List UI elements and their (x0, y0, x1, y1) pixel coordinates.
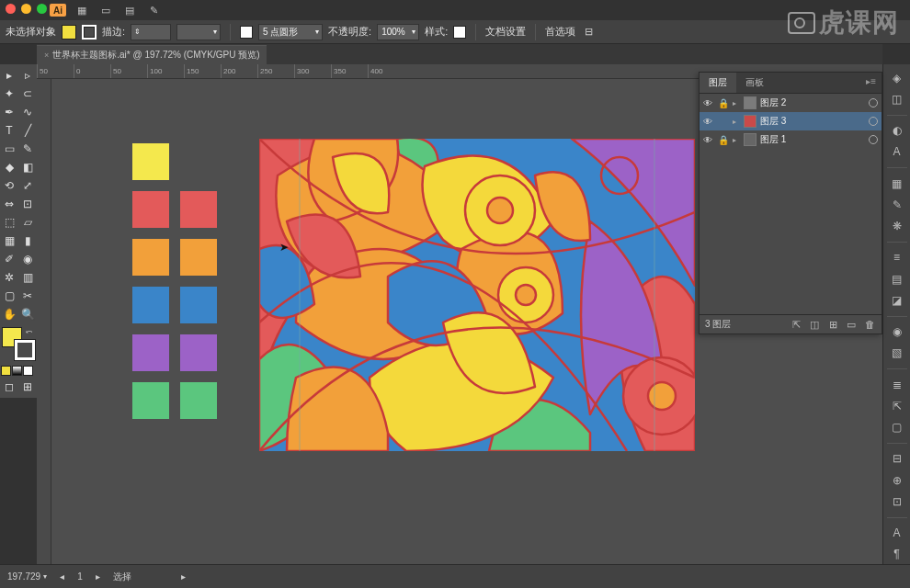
curvature-tool[interactable]: ∿ (18, 103, 37, 121)
arrange-docs-icon[interactable]: ▭ (97, 2, 114, 18)
layer-name[interactable]: 图层 1 (760, 133, 865, 146)
free-transform-tool[interactable]: ⊡ (18, 195, 37, 213)
layer-name[interactable]: 图层 3 (760, 115, 865, 128)
create-sublayer-icon[interactable]: ⊞ (826, 318, 839, 331)
stroke-width-input[interactable]: ⇕ (131, 24, 171, 40)
align-panel-icon[interactable]: ⊟ (887, 449, 907, 469)
symbols-panel-icon[interactable]: ❋ (887, 217, 907, 236)
appearance-panel-icon[interactable]: ◉ (887, 322, 907, 342)
direct-selection-tool[interactable]: ▹ (18, 66, 37, 85)
close-window-button[interactable] (6, 4, 16, 14)
document-setup-button[interactable]: 文档设置 (485, 25, 526, 39)
selection-tool[interactable]: ▸ (0, 66, 18, 85)
target-icon[interactable] (869, 98, 878, 107)
palette-swatch[interactable] (132, 191, 169, 228)
brush-profile-dropdown[interactable]: 5 点圆形 (258, 24, 323, 40)
zoom-window-button[interactable] (37, 4, 47, 14)
eraser-tool[interactable]: ◧ (18, 158, 37, 176)
preferences-button[interactable]: 首选项 (545, 25, 575, 39)
screen-mode[interactable]: ⊞ (18, 378, 37, 396)
magic-wand-tool[interactable]: ✦ (0, 85, 18, 103)
lasso-tool[interactable]: ⊂ (18, 85, 37, 103)
gradient-tool[interactable]: ▮ (18, 232, 37, 250)
opacity-input[interactable]: 100% (377, 24, 419, 40)
palette-swatch[interactable] (132, 382, 169, 419)
pathfinder-panel-icon[interactable]: ⊕ (887, 470, 907, 490)
visibility-toggle-icon[interactable]: 👁 (703, 117, 714, 127)
layer-row[interactable]: 👁🔒▸图层 1 (700, 130, 882, 149)
perspective-tool[interactable]: ▱ (18, 213, 37, 232)
palette-swatch[interactable] (132, 143, 169, 180)
scale-tool[interactable]: ⤢ (18, 176, 37, 195)
mesh-tool[interactable]: ▦ (0, 232, 18, 250)
stroke-color-box[interactable] (15, 340, 35, 360)
disclosure-icon[interactable]: ▸ (733, 118, 740, 126)
palette-swatch[interactable] (180, 191, 217, 228)
paintbrush-tool[interactable]: ✎ (18, 140, 37, 158)
transparency-panel-icon[interactable]: ◪ (887, 290, 907, 310)
swatches-panel-icon[interactable]: ▦ (887, 174, 907, 193)
brushes-panel-icon[interactable]: ✎ (887, 195, 907, 214)
character-panel-icon[interactable]: A (887, 524, 907, 543)
palette-swatch[interactable] (180, 287, 217, 323)
graphic-style-swatch[interactable] (453, 26, 466, 39)
layer-row[interactable]: 👁▸图层 3 (700, 112, 882, 130)
layer-name[interactable]: 图层 2 (760, 96, 865, 109)
line-tool[interactable]: ╱ (18, 121, 37, 140)
make-clipping-mask-icon[interactable]: ◫ (808, 318, 821, 331)
rotate-tool[interactable]: ⟲ (0, 176, 18, 195)
color-mode-solid[interactable] (1, 366, 11, 376)
tab-artboards[interactable]: 画板 (736, 73, 773, 93)
artboard-nav-prev-icon[interactable]: ◂ (60, 571, 64, 582)
color-guide-panel-icon[interactable]: A (887, 142, 907, 162)
locate-object-icon[interactable]: ⇱ (790, 318, 802, 331)
lock-toggle-icon[interactable]: 🔒 (718, 98, 729, 108)
close-tab-icon[interactable]: × (44, 51, 49, 60)
palette-swatch[interactable] (132, 287, 169, 323)
brush-profile-swatch[interactable] (240, 26, 253, 39)
column-graph-tool[interactable]: ▥ (18, 268, 37, 287)
blend-tool[interactable]: ◉ (18, 250, 37, 268)
shaper-tool[interactable]: ◆ (0, 158, 18, 176)
palette-swatch[interactable] (180, 239, 217, 276)
align-icon[interactable]: ⊟ (585, 26, 593, 38)
gradient-panel-icon[interactable]: ▤ (887, 269, 907, 288)
draw-mode-normal[interactable]: ◻ (0, 378, 18, 396)
palette-swatch[interactable] (180, 382, 217, 419)
slice-tool[interactable]: ✂ (18, 287, 37, 305)
type-tool[interactable]: T (0, 121, 18, 140)
paragraph-panel-icon[interactable]: ¶ (887, 545, 907, 564)
stroke-swatch[interactable] (82, 25, 97, 40)
swap-fill-stroke-icon[interactable]: ⤺ (26, 327, 33, 336)
artboard-nav-first-icon[interactable]: 1 (77, 571, 83, 582)
graphic-styles-panel-icon[interactable]: ▧ (887, 344, 907, 363)
transform-panel-icon[interactable]: ⊡ (887, 492, 907, 511)
artboard-tool[interactable]: ▢ (0, 287, 18, 305)
search-icon[interactable]: ✎ (145, 2, 162, 18)
zoom-tool[interactable]: 🔍 (18, 305, 37, 323)
layer-row[interactable]: 👁🔒▸图层 2 (700, 94, 882, 112)
artboards-panel-icon[interactable]: ▢ (887, 418, 907, 437)
fill-stroke-control[interactable]: ⤺ (2, 327, 35, 360)
disclosure-icon[interactable]: ▸ (733, 99, 740, 107)
target-icon[interactable] (869, 135, 878, 144)
delete-layer-icon[interactable]: 🗑 (863, 318, 876, 331)
palette-swatch[interactable] (132, 334, 169, 371)
new-layer-icon[interactable]: ▭ (845, 318, 858, 331)
palette-swatch[interactable] (132, 239, 169, 276)
target-icon[interactable] (869, 117, 878, 126)
status-scroll-thumb[interactable]: ▸ (181, 571, 186, 582)
minimize-window-button[interactable] (21, 4, 31, 14)
hand-tool[interactable]: ✋ (0, 305, 18, 323)
zoom-level-dropdown[interactable]: 197.729▾ (7, 571, 47, 582)
bridge-icon[interactable]: ▦ (74, 2, 90, 18)
panel-menu-icon[interactable]: ▸≡ (860, 73, 882, 93)
document-tab[interactable]: × 世界杯主题图标.ai* @ 197.72% (CMYK/GPU 预览) (37, 45, 267, 64)
palette-swatch[interactable] (180, 334, 217, 371)
pen-tool[interactable]: ✒ (0, 103, 18, 121)
properties-panel-icon[interactable]: ◈ (887, 68, 907, 87)
shape-builder-tool[interactable]: ⬚ (0, 213, 18, 232)
color-mode-gradient[interactable] (12, 366, 22, 376)
eyedropper-tool[interactable]: ✐ (0, 250, 18, 268)
stock-icon[interactable]: ▤ (121, 2, 138, 18)
